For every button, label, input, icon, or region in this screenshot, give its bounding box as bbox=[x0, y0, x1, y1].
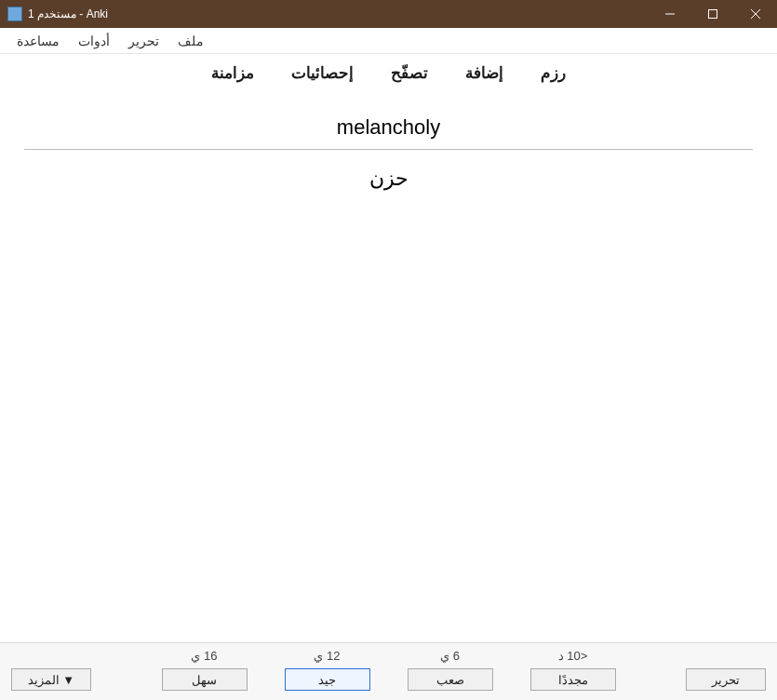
menu-file[interactable]: ملف bbox=[168, 34, 213, 48]
easy-button[interactable]: سهل bbox=[162, 668, 248, 691]
nav-sync[interactable]: مزامنة bbox=[211, 63, 254, 83]
nav-decks[interactable]: رزم bbox=[541, 63, 566, 83]
window-controls bbox=[649, 0, 777, 28]
nav-add[interactable]: إضافة bbox=[465, 63, 503, 83]
nav-bar: رزم إضافة تصفّح إحصائيات مزامنة bbox=[0, 54, 777, 91]
menu-bar: ملف تحرير أدوات مساعدة bbox=[0, 28, 777, 54]
menu-help[interactable]: مساعدة bbox=[7, 34, 69, 48]
card-back: حزن bbox=[15, 167, 762, 191]
answer-buttons: <10 د مجددًا 6 ي صعب 12 ي جيد 16 ي سهل bbox=[9, 649, 768, 691]
title-bar: مستخدم 1 - Anki bbox=[0, 0, 777, 28]
good-interval: 12 ي bbox=[285, 649, 370, 663]
again-button[interactable]: مجددًا bbox=[530, 668, 616, 691]
footer: <10 د مجددًا 6 ي صعب 12 ي جيد 16 ي سهل ا… bbox=[0, 642, 777, 700]
maximize-button[interactable] bbox=[691, 0, 734, 28]
card-front: melancholy bbox=[15, 115, 762, 140]
menu-tools[interactable]: أدوات bbox=[69, 34, 119, 48]
nav-browse[interactable]: تصفّح bbox=[391, 63, 428, 83]
hard-interval: 6 ي bbox=[408, 649, 493, 663]
svg-rect-1 bbox=[709, 10, 717, 19]
close-button[interactable] bbox=[734, 0, 777, 28]
menu-edit[interactable]: تحرير bbox=[119, 34, 168, 48]
easy-interval: 16 ي bbox=[162, 649, 248, 663]
again-interval: <10 د bbox=[530, 649, 616, 663]
app-icon bbox=[7, 7, 22, 21]
good-button[interactable]: جيد bbox=[285, 668, 370, 691]
window-title: مستخدم 1 - Anki bbox=[28, 7, 108, 20]
card-area: melancholy حزن bbox=[0, 91, 777, 195]
hard-button[interactable]: صعب bbox=[408, 668, 493, 691]
more-button[interactable]: المزيد ▼ bbox=[11, 668, 91, 691]
card-divider bbox=[24, 149, 753, 150]
minimize-button[interactable] bbox=[649, 0, 691, 28]
nav-stats[interactable]: إحصائيات bbox=[291, 63, 354, 83]
edit-button[interactable]: تحرير bbox=[686, 668, 766, 691]
